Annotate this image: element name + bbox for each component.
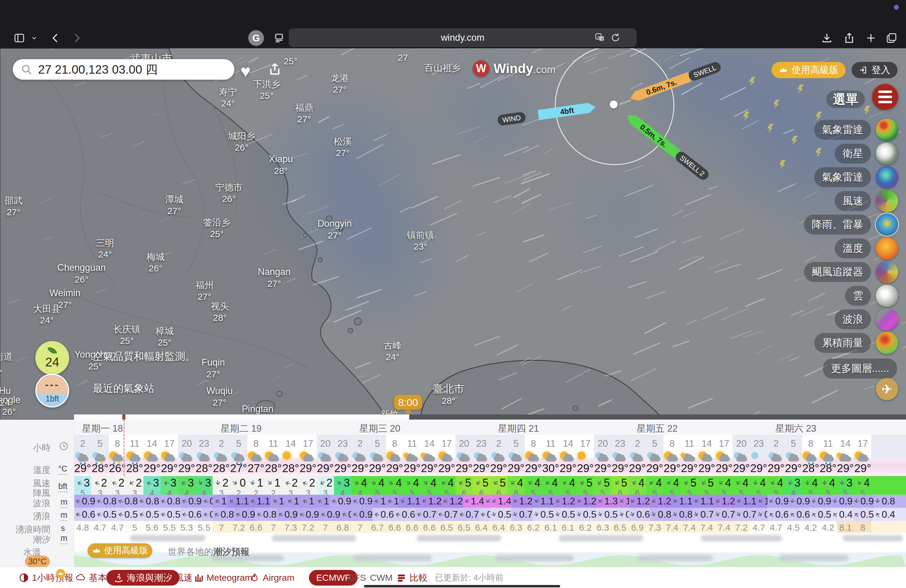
hour-cell[interactable]: 14	[421, 435, 438, 452]
sidebar-toggle-icon[interactable]	[11, 30, 27, 46]
sidebar-item-waves[interactable]: 波浪	[835, 308, 898, 330]
hour-cell[interactable]: 8	[386, 435, 403, 452]
day-header[interactable]: 星期五 22	[629, 419, 767, 435]
chevron-down-icon[interactable]	[29, 30, 39, 46]
hour-cell[interactable]: 14	[837, 435, 854, 452]
hour-cell[interactable]: 8	[664, 435, 681, 452]
hour-cell[interactable]: 8	[247, 435, 265, 452]
weather-map[interactable]: 武夷山市百山祖乡2725°龙港27°下洪乡25°寿宁24°福鼎27°城阳乡26°…	[0, 48, 906, 419]
new-tab-icon[interactable]	[863, 30, 879, 46]
hour-cell[interactable]: 5	[230, 435, 247, 452]
login-button[interactable]: 登入	[852, 62, 898, 78]
hour-cell[interactable]: 20	[178, 435, 195, 452]
hour-cell[interactable]: 8	[525, 435, 542, 452]
hour-cell[interactable]: 17	[161, 435, 178, 452]
sidebar-more-layers[interactable]: 更多圖層......	[823, 359, 897, 379]
toolbar-item-airgram[interactable]: Airgram	[249, 567, 295, 588]
hour-cell[interactable]: 14	[698, 435, 715, 452]
sidebar-item-radar[interactable]: 氣象雷達	[814, 119, 898, 141]
hour-cell[interactable]: 5	[369, 435, 386, 452]
sidebar-item-clouds[interactable]: 雲	[845, 285, 898, 307]
hour-cell[interactable]: 8	[802, 435, 819, 452]
temp-unit-selector[interactable]: °C	[58, 464, 67, 475]
address-bar[interactable]: windy.com A文	[289, 29, 636, 47]
day-header[interactable]: 星期一 18	[74, 419, 213, 435]
premium-button[interactable]: 使用高級版	[772, 62, 845, 78]
weather-station-marker[interactable]: --- 1bft	[35, 374, 69, 408]
hour-cell[interactable]: 11	[542, 435, 559, 452]
swell-unit-selector[interactable]: m	[61, 510, 68, 521]
table-premium-button[interactable]: 使用高級版	[88, 543, 152, 558]
hour-cell[interactable]: 11	[404, 435, 421, 452]
hour-cell[interactable]: 23	[750, 435, 767, 452]
sidebar-item-wind[interactable]: 風速	[835, 190, 898, 212]
forward-button[interactable]	[69, 30, 85, 46]
toolbar-item-meteogram[interactable]: Meteogram	[193, 567, 252, 588]
toolbar-item-gfs[interactable]: GFS	[347, 567, 366, 588]
hour-cell[interactable]: 11	[681, 435, 698, 452]
toolbar-item-[interactable]: 基本	[75, 567, 107, 588]
hour-cell[interactable]	[871, 435, 888, 452]
hour-cell[interactable]: 2	[767, 435, 785, 452]
hour-cell[interactable]: 11	[265, 435, 282, 452]
hour-cell[interactable]: 14	[559, 435, 576, 452]
wind-unit-selector[interactable]: bft	[58, 482, 67, 492]
hour-cell[interactable]: 5	[91, 435, 108, 452]
hour-cell[interactable]: 23	[473, 435, 490, 452]
wave-unit-selector[interactable]: m	[61, 497, 68, 508]
day-header[interactable]: 星期三 20	[351, 419, 490, 435]
hour-cell[interactable]: 17	[438, 435, 455, 452]
day-header[interactable]: 星期四 21	[490, 419, 629, 435]
favorite-heart-icon[interactable]: ♥	[240, 61, 250, 81]
menu-button[interactable]	[872, 84, 898, 110]
sidebar-item-hurricane[interactable]: 颶風追蹤器	[804, 261, 898, 283]
hour-cell[interactable]: 17	[715, 435, 733, 452]
translate-icon[interactable]: A文	[594, 32, 605, 43]
hour-cell[interactable]: 11	[819, 435, 837, 452]
sidebar-item-satellite[interactable]: 衛星	[835, 142, 898, 165]
hour-cell[interactable]: 20	[733, 435, 750, 452]
hour-cell[interactable]: 14	[144, 435, 161, 452]
hour-cell[interactable]: 11	[126, 435, 143, 452]
hour-cell[interactable]: 20	[594, 435, 611, 452]
hour-cell[interactable]: 2	[351, 435, 368, 452]
sidebar-item-radar2[interactable]: 氣象雷達	[814, 166, 898, 188]
hour-cell[interactable]: 20	[317, 435, 334, 452]
day-header[interactable]: 星期二 19	[213, 419, 351, 435]
sidebar-item-flights[interactable]: ✈	[876, 378, 898, 400]
search-input[interactable]: 27 21.00,123 03.00 四	[13, 59, 234, 80]
reload-icon[interactable]	[610, 32, 621, 43]
hour-cell[interactable]: 2	[490, 435, 507, 452]
time-bubble[interactable]: 8:00	[394, 395, 422, 410]
hour-cell[interactable]: 20	[455, 435, 473, 452]
day-header[interactable]: 星期六 23	[767, 419, 906, 435]
hour-cell[interactable]: 14	[282, 435, 299, 452]
hour-cell[interactable]: 5	[646, 435, 663, 452]
tabs-icon[interactable]	[884, 30, 900, 46]
share-location-icon[interactable]	[267, 62, 283, 78]
hour-cell[interactable]: 5	[785, 435, 802, 452]
hour-cell[interactable]: 17	[854, 435, 871, 452]
hour-cell[interactable]: 23	[611, 435, 628, 452]
reader-icon[interactable]	[271, 30, 287, 46]
toolbar-item-1[interactable]: 1小時預報	[19, 567, 73, 588]
hour-cell[interactable]: 2	[74, 435, 91, 452]
hour-cell[interactable]: 23	[334, 435, 351, 452]
hour-cell[interactable]	[889, 435, 906, 452]
hour-cell[interactable]: 2	[213, 435, 230, 452]
windy-logo[interactable]: W Windy.com	[473, 61, 555, 76]
hour-cell[interactable]: 5	[507, 435, 525, 452]
tide-unit-selector[interactable]: m	[61, 534, 68, 544]
back-button[interactable]	[48, 30, 64, 46]
sidebar-item-rain[interactable]: 降雨、雷暴	[804, 214, 898, 236]
hour-cell[interactable]: 17	[577, 435, 594, 452]
toolbar-item-[interactable]: 風速	[161, 567, 193, 588]
hour-cell[interactable]: 17	[299, 435, 316, 452]
sidebar-item-rainacc[interactable]: 累積雨量	[814, 332, 898, 354]
hour-cell[interactable]: 23	[195, 435, 213, 452]
air-quality-marker[interactable]: 24	[35, 341, 69, 375]
downloads-icon[interactable]	[819, 30, 835, 46]
sidebar-item-temp[interactable]: 溫度	[835, 237, 898, 260]
share-icon-chrome[interactable]	[841, 30, 857, 46]
hour-cell[interactable]: 2	[629, 435, 646, 452]
